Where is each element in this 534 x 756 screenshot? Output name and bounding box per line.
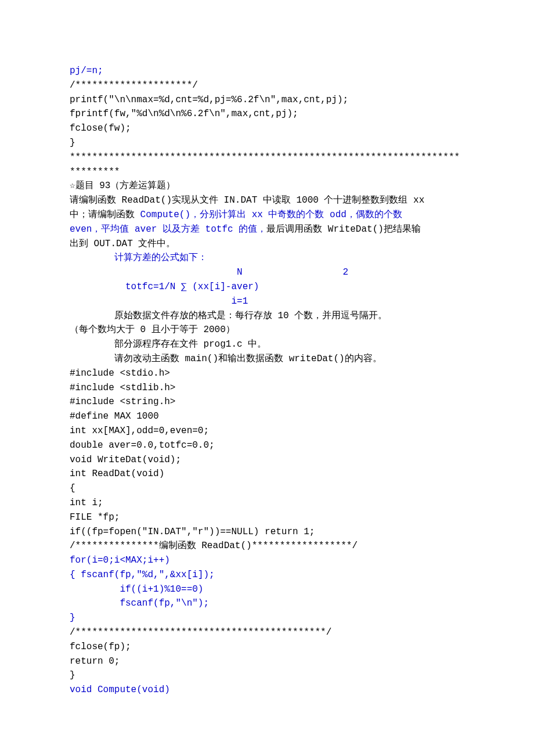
- code-line: void Compute(void): [70, 683, 476, 697]
- text-segment: 计算方差的公式如下：: [70, 253, 207, 263]
- text-segment: even，平均值 aver 以及方差 totfc 的值，: [70, 224, 266, 235]
- code-line: fclose(fp);: [70, 640, 476, 654]
- code-line: fscanf(fp,"\n");: [70, 596, 476, 611]
- code-line: N 2: [70, 265, 476, 280]
- text-segment: （每个数均大于 0 且小于等于 2000）: [70, 325, 235, 335]
- code-line: {: [70, 481, 476, 496]
- code-line: #include <stdio.h>: [70, 366, 476, 381]
- code-line: #define MAX 1000: [70, 409, 476, 424]
- text-segment: }: [70, 670, 75, 681]
- code-line: 出到 OUT.DAT 文件中。: [70, 237, 476, 251]
- code-line: #include <stdlib.h>: [70, 381, 476, 395]
- text-segment: int ReadDat(void): [70, 469, 164, 479]
- code-line: void WriteDat(void);: [70, 453, 476, 467]
- code-line: even，平均值 aver 以及方差 totfc 的值，最后调用函数 Write…: [70, 222, 476, 237]
- text-segment: { fscanf(fp,"%d,",&xx[i]);: [70, 570, 215, 580]
- text-segment: Compute()，分别计算出 xx 中奇数的个数 odd，偶数的个数: [140, 210, 402, 220]
- code-line: int i;: [70, 496, 476, 510]
- text-segment: printf("\n\nmax=%d,cnt=%d,pj=%6.2f\n",ma…: [70, 95, 348, 105]
- code-line: int ReadDat(void): [70, 467, 476, 481]
- code-line: /*********************/: [70, 78, 476, 93]
- text-segment: fclose(fp);: [70, 642, 131, 652]
- text-segment: #define MAX 1000: [70, 411, 159, 422]
- text-segment: /*********************/: [70, 80, 198, 91]
- code-line: 请编制函数 ReadDat()实现从文件 IN.DAT 中读取 1000 个十进…: [70, 193, 476, 208]
- text-segment: int xx[MAX],odd=0,even=0;: [70, 426, 209, 436]
- text-segment: FILE *fp;: [70, 512, 120, 523]
- text-segment: /***************编制函数 ReadDat()**********…: [70, 541, 358, 551]
- code-line: double aver=0.0,totfc=0.0;: [70, 438, 476, 453]
- text-segment: void WriteDat(void);: [70, 455, 181, 465]
- code-line: *********: [70, 165, 476, 179]
- code-line: #include <string.h>: [70, 395, 476, 409]
- code-line: printf("\n\nmax=%d,cnt=%d,pj=%6.2f\n",ma…: [70, 93, 476, 107]
- text-segment: N 2: [70, 267, 348, 278]
- text-segment: double aver=0.0,totfc=0.0;: [70, 440, 215, 451]
- text-segment: ****************************************…: [70, 152, 460, 163]
- document-page: pj/=n;/*********************/printf("\n\…: [0, 0, 534, 756]
- code-line: /***************编制函数 ReadDat()**********…: [70, 539, 476, 553]
- code-line: int xx[MAX],odd=0,even=0;: [70, 424, 476, 438]
- text-segment: fclose(fw);: [70, 123, 131, 134]
- code-line: if((fp=fopen("IN.DAT","r"))==NULL) retur…: [70, 525, 476, 539]
- text-segment: fscanf(fp,"\n");: [70, 598, 209, 609]
- code-line: for(i=0;i<MAX;i++): [70, 553, 476, 568]
- text-segment: 中；请编制函数: [70, 210, 140, 220]
- text-segment: 请编制函数 ReadDat()实现从文件 IN.DAT 中读取 1000 个十进…: [70, 195, 424, 206]
- text-segment: totfc=1/N ∑ (xx[i]-aver): [70, 282, 259, 292]
- text-segment: #include <stdio.h>: [70, 368, 170, 379]
- text-segment: if((i+1)%10==0): [70, 584, 203, 595]
- code-line: pj/=n;: [70, 64, 476, 78]
- text-segment: }: [70, 613, 75, 623]
- text-segment: i=1: [70, 296, 248, 307]
- code-line: 原始数据文件存放的格式是：每行存放 10 个数，并用逗号隔开。: [70, 309, 476, 323]
- text-segment: fprintf(fw,"%d\n%d\n%6.2f\n",max,cnt,pj)…: [70, 109, 298, 119]
- code-line: ☆题目 93（方差运算题）: [70, 179, 476, 193]
- code-line: fclose(fw);: [70, 121, 476, 136]
- text-segment: return 0;: [70, 656, 120, 667]
- code-line: /***************************************…: [70, 625, 476, 640]
- code-line: 部分源程序存在文件 prog1.c 中。: [70, 337, 476, 352]
- code-line: }: [70, 136, 476, 150]
- text-segment: }: [70, 138, 75, 148]
- text-segment: 请勿改动主函数 main()和输出数据函数 writeDat()的内容。: [70, 354, 382, 364]
- code-line: FILE *fp;: [70, 510, 476, 525]
- text-segment: 部分源程序存在文件 prog1.c 中。: [70, 339, 266, 350]
- code-line: }: [70, 668, 476, 683]
- text-segment: *********: [70, 167, 120, 177]
- text-segment: #include <stdlib.h>: [70, 383, 175, 393]
- text-segment: #include <string.h>: [70, 397, 175, 407]
- code-line: i=1: [70, 294, 476, 309]
- code-line: （每个数均大于 0 且小于等于 2000）: [70, 323, 476, 337]
- text-segment: {: [70, 483, 75, 494]
- text-segment: 原始数据文件存放的格式是：每行存放 10 个数，并用逗号隔开。: [70, 311, 387, 321]
- code-line: }: [70, 611, 476, 625]
- code-line: return 0;: [70, 654, 476, 669]
- code-line: { fscanf(fp,"%d,",&xx[i]);: [70, 568, 476, 582]
- text-segment: 最后调用函数 WriteDat()把结果输: [266, 224, 421, 235]
- text-segment: void Compute(void): [70, 685, 170, 695]
- text-segment: ☆题目 93（方差运算题）: [70, 181, 175, 191]
- code-line: totfc=1/N ∑ (xx[i]-aver): [70, 280, 476, 294]
- text-segment: for(i=0;i<MAX;i++): [70, 555, 170, 566]
- code-line: 请勿改动主函数 main()和输出数据函数 writeDat()的内容。: [70, 352, 476, 366]
- text-segment: 出到 OUT.DAT 文件中。: [70, 239, 175, 249]
- code-line: 中；请编制函数 Compute()，分别计算出 xx 中奇数的个数 odd，偶数…: [70, 208, 476, 222]
- text-segment: int i;: [70, 498, 103, 508]
- code-line: fprintf(fw,"%d\n%d\n%6.2f\n",max,cnt,pj)…: [70, 107, 476, 121]
- code-line: if((i+1)%10==0): [70, 582, 476, 597]
- text-segment: /***************************************…: [70, 627, 331, 638]
- text-segment: if((fp=fopen("IN.DAT","r"))==NULL) retur…: [70, 527, 315, 537]
- code-line: ****************************************…: [70, 150, 476, 165]
- code-line: 计算方差的公式如下：: [70, 251, 476, 265]
- text-segment: pj/=n;: [70, 66, 103, 76]
